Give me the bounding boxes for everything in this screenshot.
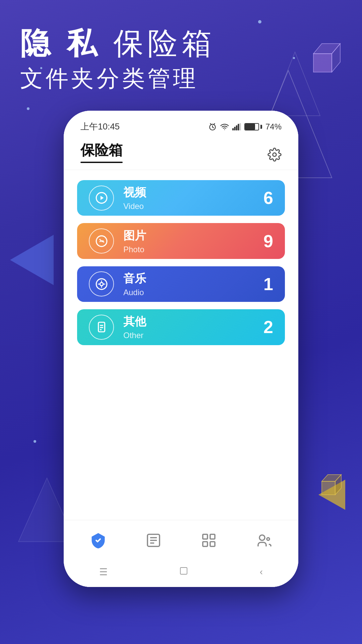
nav-item-safe[interactable] xyxy=(90,532,106,548)
video-text: 视频 Video xyxy=(123,185,146,211)
content-area: 视频 Video 6 图片 Photo 9 xyxy=(64,170,298,355)
svg-rect-21 xyxy=(240,123,241,130)
category-card-other[interactable]: 其他 Other 2 xyxy=(77,309,285,345)
safe-nav-icon xyxy=(90,532,106,548)
svg-point-42 xyxy=(267,538,269,540)
phone-mockup: 上午10:45 xyxy=(64,111,298,587)
svg-line-13 xyxy=(213,127,214,128)
profile-nav-icon xyxy=(256,532,272,548)
other-name-en: Other xyxy=(123,331,146,340)
svg-point-16 xyxy=(224,129,225,130)
svg-line-15 xyxy=(214,123,215,124)
svg-marker-1 xyxy=(270,52,320,116)
photo-name-en: Photo xyxy=(123,245,146,254)
cube-wireframe-top-right xyxy=(302,37,342,80)
app-title: 保险箱 xyxy=(80,141,123,160)
photo-text: 图片 Photo xyxy=(123,228,146,254)
system-navigation: ☰ ‹ xyxy=(64,560,298,587)
app-title-block: 保险箱 xyxy=(80,141,123,163)
bottom-navigation xyxy=(64,520,298,560)
category-card-photo[interactable]: 图片 Photo 9 xyxy=(77,223,285,259)
svg-rect-43 xyxy=(180,568,187,574)
svg-rect-18 xyxy=(234,127,235,130)
svg-point-41 xyxy=(259,535,265,540)
svg-point-28 xyxy=(100,282,103,286)
audio-icon xyxy=(95,278,108,290)
header-line2: 文件夹分类管理 xyxy=(20,63,216,94)
video-count: 6 xyxy=(263,188,273,208)
header-line1: 隐 私 保险箱 xyxy=(20,27,216,60)
triangle-solid-bottom-right xyxy=(318,480,345,510)
sys-nav-back[interactable]: ‹ xyxy=(260,567,263,577)
video-play-icon xyxy=(95,192,108,204)
svg-rect-40 xyxy=(210,542,215,546)
audio-count: 1 xyxy=(263,274,273,294)
wifi-icon xyxy=(220,122,229,131)
other-icon-circle xyxy=(89,315,114,340)
svg-rect-39 xyxy=(203,542,207,546)
app-title-underline xyxy=(80,162,123,163)
battery-indicator xyxy=(244,123,262,130)
svg-marker-9 xyxy=(335,475,341,495)
other-name-zh: 其他 xyxy=(123,314,146,329)
svg-marker-24 xyxy=(100,196,104,200)
photo-icon xyxy=(95,235,108,248)
photo-name-zh: 图片 xyxy=(123,228,146,244)
app-header: 保险箱 xyxy=(64,136,298,170)
header-title-bold: 隐 私 xyxy=(20,26,101,60)
category-card-video[interactable]: 视频 Video 6 xyxy=(77,180,285,216)
photo-icon-circle xyxy=(89,228,114,254)
signal-icon xyxy=(232,123,241,130)
status-icons: 74% xyxy=(208,122,282,131)
triangle-outline-small-right xyxy=(268,50,322,117)
other-text: 其他 Other xyxy=(123,314,146,340)
svg-point-22 xyxy=(273,153,277,157)
status-bar: 上午10:45 xyxy=(64,111,298,136)
other-file-icon xyxy=(95,321,108,333)
svg-rect-20 xyxy=(238,124,239,130)
video-name-zh: 视频 xyxy=(123,185,146,200)
audio-icon-circle xyxy=(89,271,114,297)
other-count: 2 xyxy=(263,317,273,337)
svg-marker-4 xyxy=(332,44,340,72)
battery-percent: 74% xyxy=(265,122,282,131)
alarm-icon xyxy=(208,122,217,131)
audio-name-zh: 音乐 xyxy=(123,271,146,286)
nav-item-profile[interactable] xyxy=(256,532,272,548)
photo-count: 9 xyxy=(263,231,273,251)
video-icon-circle xyxy=(89,185,114,211)
svg-rect-37 xyxy=(203,534,207,539)
files-nav-icon xyxy=(145,532,162,548)
audio-text: 音乐 Audio xyxy=(123,271,146,297)
triangle-solid-left xyxy=(10,235,54,285)
sys-nav-home[interactable] xyxy=(179,566,189,578)
category-card-audio[interactable]: 音乐 Audio 1 xyxy=(77,266,285,302)
svg-rect-17 xyxy=(232,128,234,130)
svg-rect-38 xyxy=(210,534,215,539)
svg-line-14 xyxy=(210,123,211,124)
svg-rect-19 xyxy=(236,125,237,130)
svg-marker-3 xyxy=(313,44,340,54)
svg-marker-5 xyxy=(10,235,54,285)
apps-nav-icon xyxy=(201,532,217,548)
video-name-en: Video xyxy=(123,202,146,211)
svg-point-26 xyxy=(99,239,101,240)
cube-wireframe-bottom-right xyxy=(315,470,342,500)
nav-item-files[interactable] xyxy=(145,532,162,548)
content-spacer xyxy=(64,355,298,520)
status-time: 上午10:45 xyxy=(80,121,120,132)
nav-item-apps[interactable] xyxy=(201,532,217,548)
svg-rect-7 xyxy=(322,481,335,495)
settings-button[interactable] xyxy=(267,148,282,163)
sys-nav-menu[interactable]: ☰ xyxy=(99,567,108,578)
audio-name-en: Audio xyxy=(123,288,146,297)
svg-marker-6 xyxy=(318,480,345,510)
header-title-light: 保险箱 xyxy=(113,26,216,60)
header-block: 隐 私 保险箱 文件夹分类管理 xyxy=(20,27,216,94)
svg-rect-2 xyxy=(313,54,332,72)
svg-marker-8 xyxy=(322,475,341,481)
